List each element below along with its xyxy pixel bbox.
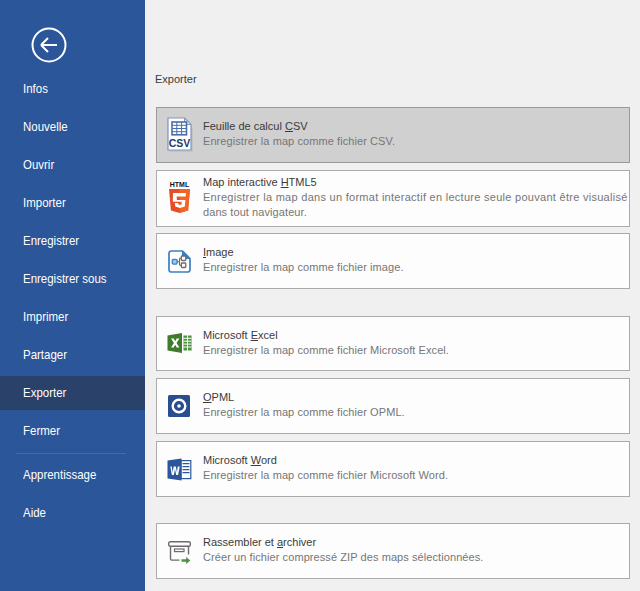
svg-text:HTML: HTML (170, 181, 190, 188)
svg-text:CSV: CSV (169, 137, 191, 149)
